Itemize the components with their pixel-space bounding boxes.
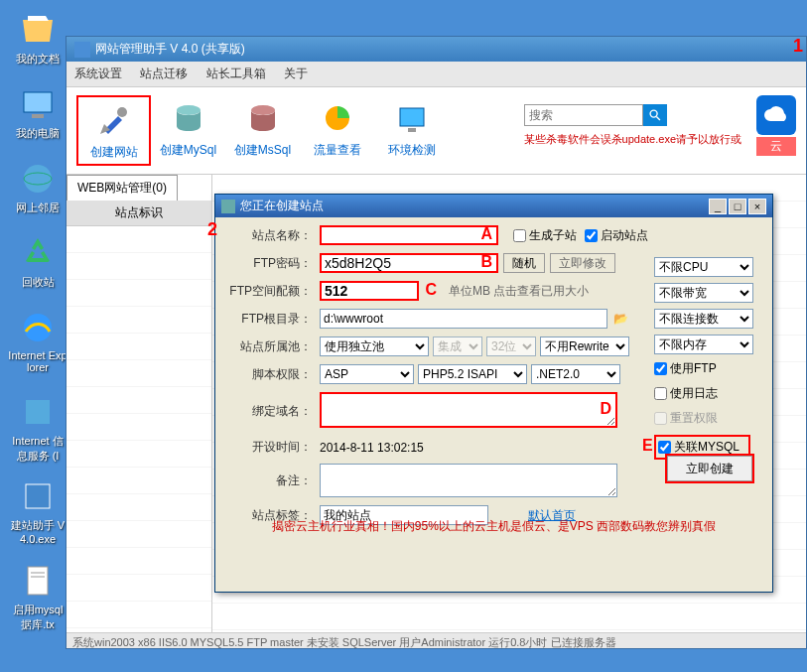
svg-rect-1 xyxy=(32,114,44,118)
svg-point-12 xyxy=(251,105,275,115)
tool-traffic[interactable]: 流量查看 xyxy=(300,95,374,162)
bit-select: 32位 xyxy=(486,336,536,356)
quota-hint[interactable]: 单位MB 点击查看已用大小 xyxy=(449,283,589,300)
ftp-root-input[interactable] xyxy=(320,309,607,329)
cpu-select[interactable]: 不限CPU xyxy=(654,257,753,277)
warning-text: 某些杀毒软件会误杀update.exe请予以放行或 xyxy=(524,132,741,147)
search-button[interactable] xyxy=(643,104,667,126)
desktop-icon-docs[interactable]: 我的文档 xyxy=(8,10,67,67)
menubar: 系统设置 站点迁移 站长工具箱 关于 xyxy=(67,62,806,87)
mem-select[interactable]: 不限内存 xyxy=(654,335,753,354)
close-button[interactable]: × xyxy=(748,199,766,214)
svg-rect-14 xyxy=(408,128,416,132)
minimize-button[interactable]: _ xyxy=(709,199,727,214)
status-bar: 系统win2003 x86 IIS6.0 MYSQL5.5 FTP master… xyxy=(67,632,806,648)
desktop-icon-recycle[interactable]: 回收站 xyxy=(8,233,67,290)
ftp-pwd-label: FTP密码： xyxy=(225,255,320,272)
menu-system[interactable]: 系统设置 xyxy=(74,67,122,80)
create-button-box: 立即创建 xyxy=(665,454,754,483)
tool-create-site[interactable]: 1 创建网站 xyxy=(76,95,151,166)
menu-tools[interactable]: 站长工具箱 xyxy=(206,67,266,80)
remark-input[interactable] xyxy=(320,464,617,497)
dialog-icon xyxy=(221,200,235,213)
desktop-icon-ie[interactable]: Internet Explorer xyxy=(8,308,67,373)
desktop-icon-iis[interactable]: Internet 信息服务 (I xyxy=(8,392,67,464)
integ-select: 集成 xyxy=(433,336,482,356)
svg-point-10 xyxy=(117,107,127,117)
conn-select[interactable]: 不限连接数 xyxy=(654,309,753,329)
toolbar: 1 创建网站 创建MySql 创建MsSql 流量查看 环境检测 xyxy=(67,87,806,175)
footer-link[interactable]: 揭密云主机行业真相！国内95%以上的云主机是假云、是VPS 西部数码教您辨别真假 xyxy=(215,518,772,535)
cloud-label: 云 xyxy=(756,137,796,156)
main-title-text: 网站管理助手 V 4.0 (共享版) xyxy=(95,41,245,58)
rewrite-select[interactable]: 不用Rewrite xyxy=(540,336,629,356)
menu-migrate[interactable]: 站点迁移 xyxy=(140,67,188,80)
edit-button[interactable]: 立即修改 xyxy=(550,253,615,273)
site-name-label: 站点名称： xyxy=(225,227,320,244)
desktop-icon-network[interactable]: 网上邻居 xyxy=(8,159,67,215)
cloud-icon[interactable] xyxy=(756,95,796,135)
open-time-value: 2014-8-11 13:02:15 xyxy=(320,441,424,455)
start-site-checkbox[interactable] xyxy=(585,229,598,242)
main-titlebar: 网站管理助手 V 4.0 (共享版) xyxy=(67,37,806,62)
gen-child-checkbox[interactable] xyxy=(513,229,526,242)
svg-rect-13 xyxy=(400,108,424,126)
svg-point-15 xyxy=(650,110,657,117)
domain-input[interactable] xyxy=(320,392,617,428)
tab-web[interactable]: WEB网站管理(0) xyxy=(67,175,178,201)
search-input[interactable] xyxy=(524,104,643,126)
create-site-dialog: 您正在创建站点 _ □ × 2 站点名称： A 生成子站 启动站点 FTP密码：… xyxy=(214,194,773,593)
asp-select[interactable]: ASP xyxy=(320,364,414,384)
php-select[interactable]: PHP5.2 ISAPI xyxy=(418,364,527,384)
folder-icon[interactable]: 📂 xyxy=(613,312,628,326)
svg-rect-6 xyxy=(26,484,50,508)
domain-label: 绑定域名： xyxy=(225,403,320,420)
svg-point-2 xyxy=(24,165,52,193)
tool-create-mssql[interactable]: 创建MsSql xyxy=(225,95,300,162)
mysql-checkbox[interactable] xyxy=(658,441,671,454)
net-select[interactable]: .NET2.0 xyxy=(531,364,620,384)
pool-label: 站点所属池： xyxy=(225,338,320,355)
create-button[interactable]: 立即创建 xyxy=(667,456,752,481)
open-time-label: 开设时间： xyxy=(225,439,320,456)
ftp-pwd-input[interactable] xyxy=(320,253,498,273)
pool-select[interactable]: 使用独立池 xyxy=(320,336,429,356)
svg-rect-7 xyxy=(28,567,48,595)
app-icon xyxy=(74,42,90,58)
site-list[interactable] xyxy=(67,226,211,643)
reset-checkbox xyxy=(654,412,667,425)
svg-rect-0 xyxy=(24,92,52,112)
svg-point-11 xyxy=(177,105,201,115)
bw-select[interactable]: 不限带宽 xyxy=(654,283,753,303)
maximize-button[interactable]: □ xyxy=(729,199,746,214)
ftp-checkbox[interactable] xyxy=(654,362,667,375)
site-name-input[interactable] xyxy=(320,225,498,245)
remark-label: 备注： xyxy=(225,472,320,489)
dialog-titlebar[interactable]: 您正在创建站点 _ □ × xyxy=(215,195,772,217)
ftp-root-label: FTP根目录： xyxy=(225,311,320,328)
ftp-quota-label: FTP空间配额： xyxy=(225,283,320,300)
random-button[interactable]: 随机 xyxy=(503,253,545,273)
svg-rect-5 xyxy=(26,400,50,424)
script-label: 脚本权限： xyxy=(225,366,320,383)
menu-about[interactable]: 关于 xyxy=(284,67,308,80)
desktop-icon-txt[interactable]: 启用mysql 据库.tx xyxy=(8,561,67,632)
log-checkbox[interactable] xyxy=(654,387,667,400)
desktop-icon-app[interactable]: 建站助手 V4.0.exe xyxy=(8,476,67,545)
ftp-quota-input[interactable] xyxy=(320,281,419,301)
dialog-title-text: 您正在创建站点 xyxy=(240,198,324,214)
desktop-icon-computer[interactable]: 我的电脑 xyxy=(8,84,67,141)
tool-create-mysql[interactable]: 创建MySql xyxy=(151,95,225,162)
left-panel: WEB网站管理(0) 站点标识 xyxy=(67,175,212,641)
tool-env[interactable]: 环境检测 xyxy=(374,95,449,162)
svg-line-16 xyxy=(656,116,660,120)
left-header: 站点标识 xyxy=(67,201,211,226)
